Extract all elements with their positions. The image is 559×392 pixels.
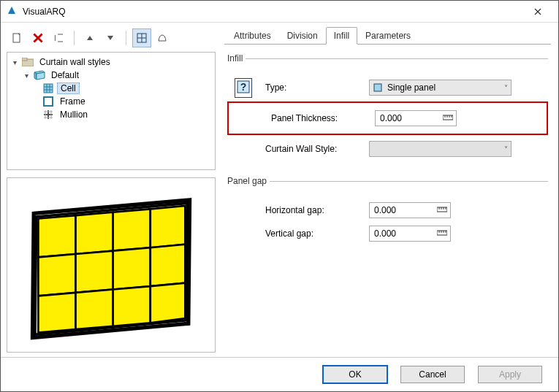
tree-item-cell[interactable]: Cell [9,82,213,95]
tree-item-label: Frame [57,96,88,107]
expand-icon[interactable]: ▾ [22,72,31,80]
tree-item-frame[interactable]: Frame [9,95,213,108]
tab-bar: Attributes Division Infill Parameters [224,27,551,45]
thickness-input[interactable] [379,112,440,124]
tree-item-label: Mullion [57,109,91,120]
svg-marker-37 [151,206,186,247]
help-icon[interactable]: ? [235,78,252,98]
row-hgap: Horizontal gap: [227,201,548,220]
titlebar: VisualARQ [1,1,558,23]
tree-root-label: Curtain wall styles [37,57,113,67]
tree-style-label: Default [48,70,82,80]
cancel-button[interactable]: Cancel [400,366,465,383]
toolbar-separator [126,31,126,45]
svg-marker-45 [151,283,186,323]
cw-style-combo: ˅ [369,141,512,157]
svg-marker-39 [76,251,113,293]
ruler-icon [434,206,447,215]
svg-rect-48 [374,84,381,91]
tool-view3d-icon[interactable] [153,28,172,47]
svg-rect-25 [44,97,53,106]
svg-marker-0 [8,7,15,14]
svg-marker-44 [113,286,151,326]
tab-infill[interactable]: Infill [326,27,357,45]
type-label: Type: [259,82,369,93]
chevron-down-icon: ˅ [504,84,508,92]
tool-view2d-icon[interactable] [132,28,151,47]
row-type: ? Type: Single panel ˅ [227,78,548,97]
panelgap-legend: Panel gap [227,176,270,186]
hgap-input[interactable] [373,204,434,216]
single-panel-icon [373,82,383,93]
panelgap-group: Panel gap Horizontal gap: [227,176,548,247]
ok-button[interactable]: OK [323,366,387,383]
ruler-icon [440,114,453,123]
expand-icon[interactable]: ▾ [10,58,19,66]
ruler-icon [434,229,447,238]
svg-marker-43 [76,289,113,329]
right-column: Attributes Division Infill Parameters In… [220,23,558,357]
svg-rect-16 [22,58,27,61]
tab-parameters[interactable]: Parameters [357,27,419,45]
svg-rect-20 [44,84,53,93]
tab-attributes[interactable]: Attributes [226,27,279,45]
toolbar: I [7,27,216,49]
apply-button: Apply [478,366,542,383]
svg-marker-9 [87,36,93,40]
cell-icon [42,82,54,94]
close-button[interactable] [523,1,552,22]
svg-marker-41 [151,245,186,286]
svg-rect-3 [13,34,20,42]
type-value: Single panel [387,82,436,93]
svg-marker-40 [113,247,151,289]
style-tree[interactable]: ▾ Curtain wall styles ▾ Default [7,52,216,170]
dialog-button-bar: OK Cancel Apply [1,358,558,391]
tree-root[interactable]: ▾ Curtain wall styles [9,55,213,69]
folder-icon [22,56,34,68]
svg-marker-34 [38,215,75,257]
tree-style[interactable]: ▾ Default [9,69,213,82]
svg-marker-10 [107,36,113,40]
tool-new-icon[interactable] [8,28,27,47]
svg-marker-19 [37,72,45,80]
dialog-window: VisualARQ I [0,0,559,392]
tool-moveup-icon[interactable] [80,28,99,47]
thickness-highlight: Panel Thickness: [227,101,548,135]
row-vgap: Vertical gap: [227,224,548,243]
frame-icon [42,96,54,107]
mullion-icon [42,109,54,120]
row-thickness: Panel Thickness: [233,109,542,128]
hgap-input-wrap[interactable] [369,202,451,218]
tool-rename-icon[interactable]: I [49,28,68,47]
svg-marker-35 [76,212,113,254]
cw-style-label: Curtain Wall Style: [259,144,369,154]
vgap-label: Vertical gap: [259,228,369,239]
svg-marker-36 [113,209,151,250]
vgap-input-wrap[interactable] [369,226,451,242]
row-cw-style: Curtain Wall Style: ˅ [227,139,548,158]
tool-delete-icon[interactable] [28,28,47,47]
infill-legend: Infill [227,53,246,64]
tool-movedown-icon[interactable] [101,28,120,47]
curtainwall-icon [34,69,45,81]
tree-item-mullion[interactable]: Mullion [9,108,213,121]
left-column: I [1,23,220,357]
hgap-label: Horizontal gap: [259,205,369,215]
toolbar-separator [74,31,75,45]
thickness-label: Panel Thickness: [265,113,375,123]
type-combo[interactable]: Single panel ˅ [369,80,512,96]
vgap-input[interactable] [373,228,434,239]
svg-marker-42 [38,293,75,333]
preview-viewport[interactable] [7,177,216,353]
app-icon [7,5,17,18]
thickness-input-wrap[interactable] [375,110,457,126]
window-title: VisualARQ [23,7,65,17]
tab-panel-infill: Infill ? Type: [224,45,551,350]
chevron-down-icon: ˅ [504,145,508,153]
tree-item-label: Cell [57,82,80,94]
tab-division[interactable]: Division [279,27,326,45]
infill-group: Infill ? Type: [227,53,548,163]
svg-marker-38 [38,254,75,296]
svg-text:?: ? [240,81,247,93]
svg-text:I: I [54,34,56,42]
